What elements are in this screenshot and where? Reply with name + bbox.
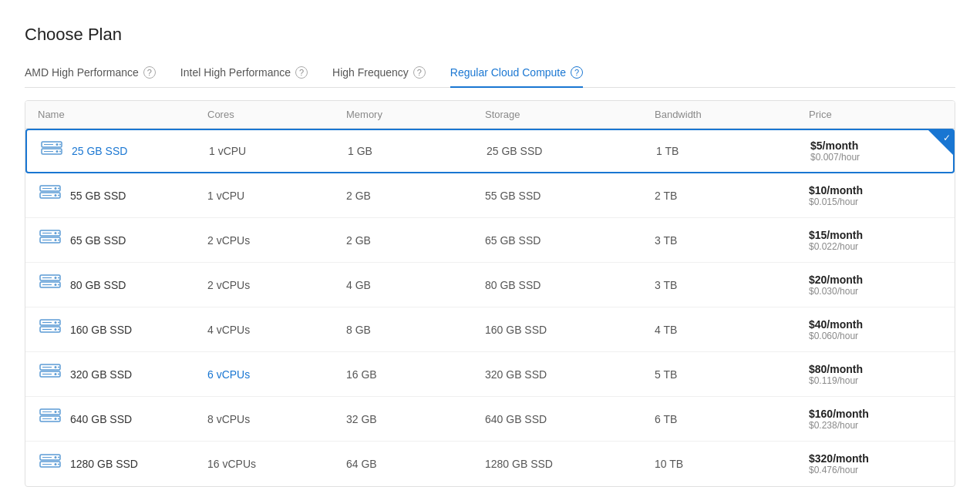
table-row[interactable]: 80 GB SSD 2 vCPUs 4 GB 80 GB SSD 3 TB $2… <box>25 263 955 307</box>
table-row[interactable]: 55 GB SSD 1 vCPU 2 GB 55 GB SSD 2 TB $10… <box>25 173 955 218</box>
amd-help-icon[interactable]: ? <box>143 66 156 79</box>
svg-point-59 <box>55 463 57 465</box>
bandwidth-cell: 2 TB <box>655 190 809 202</box>
svg-point-5 <box>59 150 61 152</box>
bandwidth-cell: 6 TB <box>655 413 809 425</box>
price-cell: $80/month $0.119/hour <box>809 363 942 386</box>
tab-amd[interactable]: AMD High Performance ? <box>25 66 156 88</box>
price-main: $5/month <box>810 139 941 152</box>
svg-point-18 <box>55 232 57 234</box>
table-body: 25 GB SSD 1 vCPU 1 GB 25 GB SSD 1 TB $5/… <box>25 129 955 486</box>
server-icon <box>38 405 62 432</box>
plan-tabs: AMD High Performance ? Intel High Perfor… <box>25 66 955 88</box>
name-cell: 65 GB SSD <box>38 227 207 254</box>
col-bandwidth: Bandwidth <box>655 109 809 120</box>
tab-intel[interactable]: Intel High Performance ? <box>180 66 308 88</box>
storage-cell: 640 GB SSD <box>485 413 655 425</box>
plan-name: 55 GB SSD <box>70 190 126 202</box>
svg-point-36 <box>58 322 59 324</box>
name-cell: 80 GB SSD <box>38 271 207 298</box>
svg-point-42 <box>55 366 57 368</box>
svg-point-35 <box>55 328 57 331</box>
name-cell: 320 GB SSD <box>38 361 207 388</box>
tab-regular[interactable]: Regular Cloud Compute ? <box>450 66 583 88</box>
col-storage: Storage <box>485 109 655 120</box>
cores-cell: 2 vCPUs <box>207 234 346 247</box>
bandwidth-cell: 3 TB <box>655 234 809 247</box>
server-icon <box>38 361 62 388</box>
svg-point-50 <box>55 411 57 413</box>
tab-regular-label: Regular Cloud Compute <box>450 66 566 79</box>
svg-point-58 <box>55 456 57 458</box>
name-cell: 1280 GB SSD <box>38 451 207 478</box>
svg-point-37 <box>58 329 59 331</box>
svg-point-12 <box>58 188 59 190</box>
svg-point-44 <box>58 367 59 368</box>
svg-point-10 <box>55 187 57 190</box>
plan-table: Name Cores Memory Storage Bandwidth Pric… <box>25 100 955 487</box>
price-sub: $0.007/hour <box>810 152 941 163</box>
table-row[interactable]: 320 GB SSD 6 vCPUs 16 GB 320 GB SSD 5 TB… <box>25 352 955 397</box>
server-icon <box>38 271 62 298</box>
price-main: $320/month <box>809 452 942 465</box>
table-row[interactable]: 25 GB SSD 1 vCPU 1 GB 25 GB SSD 1 TB $5/… <box>25 129 955 173</box>
table-header: Name Cores Memory Storage Bandwidth Pric… <box>25 101 955 129</box>
svg-point-20 <box>58 233 59 234</box>
regular-help-icon[interactable]: ? <box>571 66 583 79</box>
name-cell: 640 GB SSD <box>38 405 207 432</box>
svg-point-11 <box>55 194 57 196</box>
price-sub: $0.022/hour <box>809 241 942 252</box>
plan-name: 320 GB SSD <box>70 368 132 381</box>
memory-cell: 32 GB <box>346 413 485 425</box>
price-cell: $5/month $0.007/hour <box>810 139 941 163</box>
high-freq-help-icon[interactable]: ? <box>413 66 426 79</box>
svg-point-2 <box>56 143 59 146</box>
cores-cell: 8 vCPUs <box>207 413 346 425</box>
memory-cell: 4 GB <box>346 279 485 291</box>
price-sub: $0.015/hour <box>809 196 942 207</box>
memory-cell: 64 GB <box>346 458 485 470</box>
col-name: Name <box>38 109 207 120</box>
col-price: Price <box>809 109 942 120</box>
price-cell: $320/month $0.476/hour <box>809 452 942 475</box>
storage-cell: 80 GB SSD <box>485 279 655 291</box>
table-row[interactable]: 160 GB SSD 4 vCPUs 8 GB 160 GB SSD 4 TB … <box>25 307 955 352</box>
tab-high-freq[interactable]: High Frequency ? <box>332 66 426 88</box>
storage-cell: 1280 GB SSD <box>485 458 655 470</box>
server-icon <box>38 227 62 254</box>
name-cell: 55 GB SSD <box>38 182 207 209</box>
price-sub: $0.238/hour <box>809 420 942 431</box>
cores-cell: 4 vCPUs <box>207 324 346 336</box>
storage-cell: 55 GB SSD <box>485 190 655 202</box>
memory-cell: 8 GB <box>346 324 485 336</box>
tab-amd-label: AMD High Performance <box>25 66 139 79</box>
storage-cell: 65 GB SSD <box>485 234 655 247</box>
price-main: $10/month <box>809 184 942 196</box>
svg-point-61 <box>58 463 59 465</box>
price-cell: $160/month $0.238/hour <box>809 408 942 431</box>
svg-point-51 <box>55 418 57 420</box>
storage-cell: 160 GB SSD <box>485 324 655 336</box>
price-sub: $0.476/hour <box>809 465 942 475</box>
name-cell: 25 GB SSD <box>39 138 209 165</box>
price-main: $80/month <box>809 363 942 375</box>
name-cell: 160 GB SSD <box>38 316 207 343</box>
bandwidth-cell: 3 TB <box>655 279 809 291</box>
intel-help-icon[interactable]: ? <box>295 66 308 79</box>
table-row[interactable]: 65 GB SSD 2 vCPUs 2 GB 65 GB SSD 3 TB $1… <box>25 218 955 263</box>
plan-name: 80 GB SSD <box>70 279 126 291</box>
memory-cell: 2 GB <box>346 234 485 247</box>
col-memory: Memory <box>346 109 485 120</box>
price-main: $160/month <box>809 408 942 420</box>
plan-name: 640 GB SSD <box>70 413 132 425</box>
table-row[interactable]: 1280 GB SSD 16 vCPUs 64 GB 1280 GB SSD 1… <box>25 442 955 486</box>
plan-name: 25 GB SSD <box>72 145 127 157</box>
price-cell: $40/month $0.060/hour <box>809 318 942 341</box>
cores-cell: 6 vCPUs <box>207 368 346 381</box>
svg-point-3 <box>56 150 59 153</box>
bandwidth-cell: 4 TB <box>655 324 809 336</box>
server-icon <box>38 182 62 209</box>
bandwidth-cell: 1 TB <box>656 145 810 157</box>
svg-point-21 <box>58 240 59 241</box>
table-row[interactable]: 640 GB SSD 8 vCPUs 32 GB 640 GB SSD 6 TB… <box>25 397 955 442</box>
